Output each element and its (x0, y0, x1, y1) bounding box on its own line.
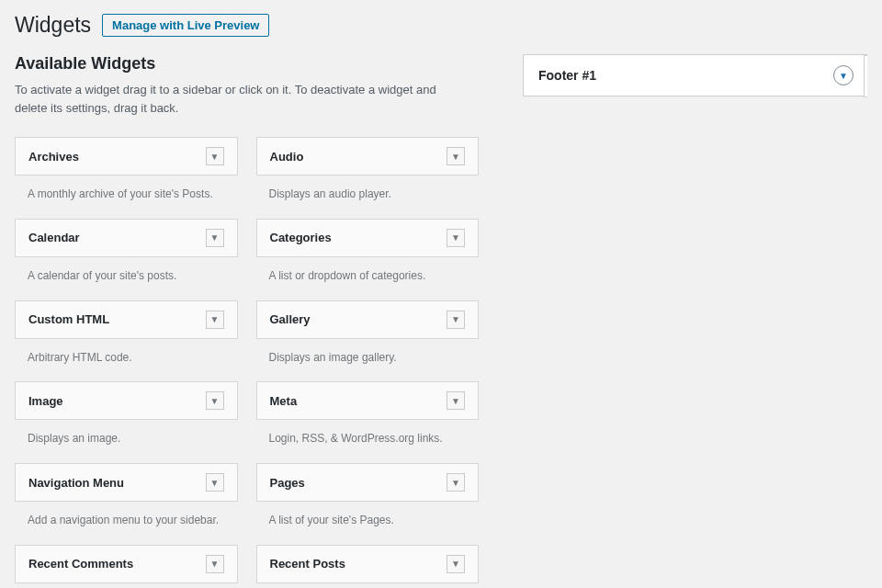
chevron-down-icon[interactable]: ▼ (206, 391, 224, 410)
chevron-down-icon[interactable]: ▼ (447, 147, 465, 165)
sidebar-zone-partial[interactable] (864, 55, 867, 97)
chevron-down-icon[interactable]: ▼ (206, 473, 224, 492)
widget-tile-recent-comments[interactable]: Recent Comments ▼ (15, 545, 238, 583)
widget-tile-recent-posts[interactable]: Recent Posts ▼ (256, 545, 480, 583)
widget-navigation-menu: Navigation Menu ▼ Add a navigation menu … (15, 463, 238, 545)
chevron-down-icon[interactable]: ▼ (447, 229, 465, 247)
available-widgets-desc: To activate a widget drag it to a sideba… (15, 81, 437, 117)
widget-audio: Audio ▼ Displays an audio player. (256, 137, 480, 219)
widget-desc: A list of your site's Pages. (256, 502, 480, 545)
widget-archives: Archives ▼ A monthly archive of your sit… (15, 137, 238, 219)
chevron-down-icon[interactable]: ▼ (833, 65, 854, 85)
manage-live-preview-button[interactable]: Manage with Live Preview (102, 14, 269, 37)
chevron-down-icon[interactable]: ▼ (206, 555, 224, 573)
page-header: Widgets Manage with Live Preview (15, 0, 867, 54)
widget-tile-categories[interactable]: Categories ▼ (256, 219, 480, 257)
widget-desc: Add a navigation menu to your sidebar. (15, 502, 238, 545)
widget-meta: Meta ▼ Login, RSS, & WordPress.org links… (256, 381, 480, 463)
chevron-down-icon[interactable]: ▼ (447, 555, 465, 573)
page-title: Widgets (15, 13, 91, 38)
sidebar-zone-footer-1[interactable]: Footer #1 ▼ (523, 54, 867, 96)
widget-pages: Pages ▼ A list of your site's Pages. (256, 463, 480, 545)
widget-desc: Your site's most recent comments. (15, 583, 238, 588)
widget-name: Calendar (28, 231, 80, 244)
widget-name: Meta (270, 394, 298, 408)
chevron-down-icon[interactable]: ▼ (447, 391, 465, 410)
chevron-down-icon[interactable]: ▼ (206, 229, 224, 247)
widget-tile-calendar[interactable]: Calendar ▼ (15, 219, 238, 257)
widget-name: Pages (270, 476, 305, 490)
widget-desc: Login, RSS, & WordPress.org links. (256, 420, 480, 463)
widget-tile-audio[interactable]: Audio ▼ (256, 137, 480, 175)
widget-recent-posts: Recent Posts ▼ Your site's most recent P… (256, 545, 480, 588)
widget-tile-image[interactable]: Image ▼ (15, 381, 238, 420)
chevron-down-icon[interactable]: ▼ (447, 473, 465, 492)
widget-desc: A calendar of your site's posts. (15, 257, 238, 300)
chevron-down-icon[interactable]: ▼ (206, 147, 224, 165)
widget-name: Custom HTML (28, 312, 109, 326)
widget-grid: Archives ▼ A monthly archive of your sit… (15, 137, 479, 588)
widget-recent-comments: Recent Comments ▼ Your site's most recen… (15, 545, 238, 588)
widget-tile-navigation-menu[interactable]: Navigation Menu ▼ (15, 463, 238, 502)
widget-categories: Categories ▼ A list or dropdown of categ… (256, 219, 480, 300)
widget-tile-gallery[interactable]: Gallery ▼ (256, 300, 480, 339)
widget-desc: Displays an audio player. (256, 175, 480, 219)
widget-tile-custom-html[interactable]: Custom HTML ▼ (15, 300, 238, 339)
widget-name: Categories (270, 231, 332, 244)
widget-desc: Arbitrary HTML code. (15, 339, 238, 382)
widget-custom-html: Custom HTML ▼ Arbitrary HTML code. (15, 300, 238, 382)
widget-desc: A monthly archive of your site's Posts. (15, 175, 238, 219)
widget-desc: A list or dropdown of categories. (256, 257, 480, 300)
widget-tile-meta[interactable]: Meta ▼ (256, 381, 480, 420)
widget-name: Recent Posts (270, 557, 345, 571)
widget-desc: Your site's most recent Posts. (256, 583, 480, 588)
widget-desc: Displays an image. (15, 420, 238, 463)
widget-desc: Displays an image gallery. (256, 339, 480, 382)
zone-name: Footer #1 (538, 68, 596, 83)
chevron-down-icon[interactable]: ▼ (447, 311, 465, 329)
widget-calendar: Calendar ▼ A calendar of your site's pos… (15, 219, 238, 300)
widget-name: Archives (28, 150, 79, 164)
widget-image: Image ▼ Displays an image. (15, 381, 238, 463)
chevron-down-icon[interactable]: ▼ (206, 311, 224, 329)
widget-name: Audio (270, 150, 304, 164)
available-widgets-title: Available Widgets (15, 54, 479, 74)
widget-name: Recent Comments (28, 557, 133, 571)
widget-tile-pages[interactable]: Pages ▼ (256, 463, 480, 502)
widget-gallery: Gallery ▼ Displays an image gallery. (256, 300, 480, 382)
widget-tile-archives[interactable]: Archives ▼ (15, 137, 238, 175)
widget-name: Navigation Menu (28, 476, 124, 490)
widget-name: Gallery (270, 312, 311, 326)
widget-name: Image (28, 394, 63, 408)
